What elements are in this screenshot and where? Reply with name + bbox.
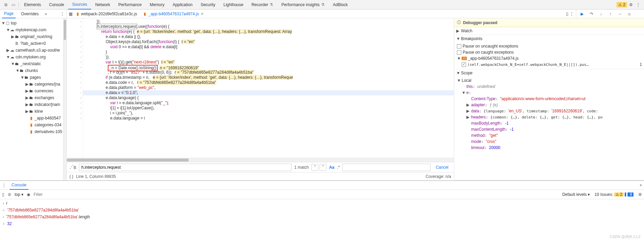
breakpoint-option[interactable]: Pause on caught exceptions xyxy=(454,49,644,55)
context-selector[interactable]: top ▾ xyxy=(15,192,23,197)
debugger-sidebar: ⓘ Debugger paused ▶Watch ▼Breakpoints Pa… xyxy=(454,18,644,180)
nav-item[interactable]: 🗎?tab_active=0 xyxy=(0,40,63,47)
close-drawer-icon[interactable]: × xyxy=(640,183,642,188)
nav-item[interactable]: ▶🖿indicator/[nam xyxy=(0,101,63,108)
tab-security[interactable]: Security xyxy=(197,0,219,10)
open-files-tabs: ▦ ▮webpack-202d9e5f2ca81e3c.js▮_app-b460… xyxy=(67,10,576,18)
tab-lighthouse[interactable]: Lighthouse xyxy=(219,0,247,10)
reader-icon[interactable]: ▯ xyxy=(566,12,568,16)
more-arrow-icon[interactable]: » xyxy=(45,12,47,16)
step-into-icon[interactable]: ↓ xyxy=(598,12,604,16)
scope-variable[interactable]: mode: "cros" xyxy=(454,139,644,145)
settings-icon[interactable]: ⚙ xyxy=(627,1,635,8)
find-input[interactable] xyxy=(79,164,291,171)
cancel-button[interactable]: Cancel xyxy=(433,165,451,170)
nav-item[interactable]: ▼▢top xyxy=(0,20,63,26)
breakpoint-option[interactable]: Pause on uncaught exceptions xyxy=(454,43,644,49)
tab-recorder[interactable]: Recorder ⚗ xyxy=(247,0,277,10)
nav-item[interactable]: ▮_app-b460547 xyxy=(0,115,63,122)
scope-variable[interactable]: ▼e: xyxy=(454,90,644,96)
deactivate-bp-icon[interactable]: ⦸ xyxy=(626,12,632,16)
breakpoints-section-header[interactable]: ▼Breakpoints xyxy=(454,35,644,42)
device-toggle-icon[interactable]: ▭ xyxy=(9,1,17,8)
tab-elements[interactable]: Elements xyxy=(20,0,45,10)
console-sidebar-icon[interactable]: ▯ xyxy=(2,192,4,197)
scope-local-header[interactable]: ▼Local xyxy=(454,77,644,84)
history-icon[interactable]: ▦ xyxy=(69,12,73,16)
scope-variable[interactable]: maxBodyLength: -1 xyxy=(454,120,644,126)
nav-item[interactable]: ▼☁mytokencap.com xyxy=(0,26,63,33)
tab-sources[interactable]: Sources xyxy=(68,0,91,10)
watch-section-header[interactable]: ▶Watch xyxy=(454,27,644,35)
regex-toggle[interactable]: .* xyxy=(337,165,340,170)
close-icon[interactable]: × xyxy=(201,12,203,16)
breakpoint-line[interactable]: (self.webpackChunk_N_E=self.webpackChunk… xyxy=(454,61,644,68)
nav-item[interactable]: ▶🖿currencies xyxy=(0,88,63,94)
case-toggle[interactable]: Aa xyxy=(329,165,334,170)
log-levels-selector[interactable]: Default levels ▾ xyxy=(562,192,590,197)
horizontal-scrollbar[interactable] xyxy=(67,158,454,162)
scope-variable[interactable]: ▶data: {language: 'en_US', timestamp: '1… xyxy=(454,108,644,114)
navigator-tab-page[interactable]: Page xyxy=(2,10,16,18)
debugger-controls: ▶ ↷ ↓ ↑ → ⦸ xyxy=(576,12,644,16)
navigator-menu-icon[interactable]: ⋮ xyxy=(60,12,64,16)
scope-section-header[interactable]: ▼Scope xyxy=(454,69,644,77)
step-over-icon[interactable]: ↷ xyxy=(588,12,595,16)
file-tab[interactable]: ▮webpack-202d9e5f2ca81e3c.js xyxy=(74,10,140,18)
sources-subbar: PageOverrides » ⋮ ▦ ▮webpack-202d9e5f2ca… xyxy=(0,10,644,18)
breakpoint-file[interactable]: ▼JS_app-b4605476317a4974.js xyxy=(454,55,644,61)
tab-network[interactable]: Network xyxy=(91,0,114,10)
console-row: ‹·32 xyxy=(3,220,641,227)
regex-toggle-icon[interactable]: ⋰B xyxy=(69,164,76,170)
more-icon[interactable]: ⋮ xyxy=(635,1,642,8)
nav-item[interactable]: ▼🖿_next/static xyxy=(0,60,63,67)
file-tab[interactable]: ▮_app-b4605476317a4974.js× xyxy=(141,10,206,18)
step-out-icon[interactable]: ↑ xyxy=(607,12,613,16)
separator xyxy=(18,2,19,7)
tab-performance[interactable]: Performance xyxy=(114,0,146,10)
tab-memory[interactable]: Memory xyxy=(146,0,168,10)
more-icon[interactable]: ⋮ xyxy=(570,12,574,16)
scrollbar[interactable] xyxy=(63,18,66,180)
console-settings-icon[interactable]: ⚙ xyxy=(638,192,642,197)
scope-variable[interactable]: ▶headers: {common: {…}, delete: {…}, get… xyxy=(454,114,644,120)
step-icon[interactable]: → xyxy=(617,12,623,16)
resume-icon[interactable]: ▶ xyxy=(579,12,585,16)
clear-console-icon[interactable]: ⊘ xyxy=(8,192,11,197)
tab-performance-insights[interactable]: Performance insights ⚗ xyxy=(277,0,329,10)
nav-item[interactable]: ▶🖿kline xyxy=(0,108,63,115)
scope-variable[interactable]: method: "get" xyxy=(454,132,644,139)
inspect-icon[interactable]: ⧉ xyxy=(2,1,9,8)
nav-item[interactable]: ▼☁cdn.mytoken.org xyxy=(0,54,63,60)
scope-variable[interactable]: maxContentLength: -1 xyxy=(454,126,644,132)
scope-variable[interactable]: ▶adapter: ƒ (e) xyxy=(454,102,644,108)
prev-match-button[interactable]: ˄ xyxy=(311,164,318,171)
nav-item[interactable]: ▮derivatives-105 xyxy=(0,128,63,135)
scope-variable[interactable]: timeout: 20000 xyxy=(454,145,644,151)
warnings-badge[interactable]: ⚠ 2 xyxy=(617,2,627,7)
replace-input[interactable] xyxy=(342,164,430,171)
nav-item[interactable]: ▼🖿chunks xyxy=(0,67,63,74)
scope-variable[interactable]: Content-Type: "application/x-www-form-ur… xyxy=(454,96,644,102)
nav-item[interactable]: ▶🖿categories/[na xyxy=(0,81,63,88)
console-tab[interactable]: Console xyxy=(9,181,28,190)
nav-item[interactable]: ▶🖿original/_nuxt/img xyxy=(0,33,63,40)
nav-item[interactable]: ▼🖿pages xyxy=(0,74,63,81)
pretty-print-icon[interactable]: { } xyxy=(69,174,73,179)
tab-application[interactable]: Application xyxy=(168,0,197,10)
scope-variable[interactable]: this: undefined xyxy=(454,84,644,90)
console-row: ‹·'757dbfeb865e8277a284d8fa4a4b51ba' xyxy=(3,207,641,214)
navigator-tab-overrides[interactable]: Overrides xyxy=(19,10,41,18)
nav-item[interactable]: ▶🖿exchanges xyxy=(0,94,63,101)
code-content[interactable]: }); h.interceptors.request.use((function… xyxy=(83,18,454,158)
issues-summary[interactable]: 10 Issues: ⚠ 2 ▌ 8 xyxy=(595,192,633,197)
drawer-menu-icon[interactable]: ⋮ xyxy=(2,183,6,188)
console-output[interactable]: ›r‹·'757dbfeb865e8277a284d8fa4a4b51ba'›'… xyxy=(0,199,644,240)
nav-item[interactable]: ▮categories-034 xyxy=(0,122,63,128)
tab-console[interactable]: Console xyxy=(45,0,68,10)
console-filter-input[interactable] xyxy=(34,191,559,198)
next-match-button[interactable]: ˅ xyxy=(320,164,326,171)
tab-adblock[interactable]: AdBlock xyxy=(329,0,352,10)
nav-item[interactable]: ▶☁camelhash.s3.ap-southe xyxy=(0,47,63,54)
live-expression-icon[interactable]: ◉ xyxy=(27,192,30,197)
